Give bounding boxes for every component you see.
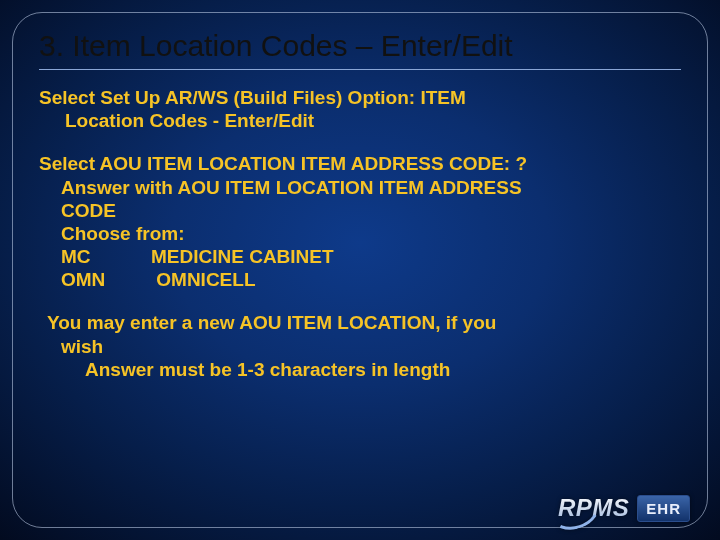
instruction-block-2: Select AOU ITEM LOCATION ITEM ADDRESS CO… — [39, 152, 681, 291]
rpms-logo: RPMS — [552, 494, 629, 522]
footer-logo: RPMS EHR — [552, 494, 690, 522]
instruction-block-3: You may enter a new AOU ITEM LOCATION, i… — [39, 311, 681, 381]
code-row: MCMEDICINE CABINET — [61, 245, 681, 268]
block2-answer1: Answer with AOU ITEM LOCATION ITEM ADDRE… — [39, 176, 681, 199]
block2-answer2: CODE — [39, 199, 681, 222]
code-list: MCMEDICINE CABINET OMN OMNICELL — [39, 245, 681, 291]
block2-choose: Choose from: — [39, 222, 681, 245]
code-label: MEDICINE CABINET — [151, 246, 334, 267]
block1-line2: Location Codes - Enter/Edit — [39, 109, 681, 132]
slide-frame: 3. Item Location Codes – Enter/Edit Sele… — [12, 12, 708, 528]
code-value: OMN — [61, 268, 151, 291]
block2-prompt: Select AOU ITEM LOCATION ITEM ADDRESS CO… — [39, 153, 527, 174]
block1-line1: Select Set Up AR/WS (Build Files) Option… — [39, 87, 466, 108]
block3-line1: You may enter a new AOU ITEM LOCATION, i… — [47, 312, 496, 333]
code-label: OMNICELL — [151, 269, 256, 290]
title-rule — [39, 69, 681, 70]
block3-line3: Answer must be 1-3 characters in length — [47, 358, 681, 381]
slide-title: 3. Item Location Codes – Enter/Edit — [39, 29, 681, 63]
code-value: MC — [61, 245, 151, 268]
block3-line2: wish — [47, 335, 681, 358]
slide: 3. Item Location Codes – Enter/Edit Sele… — [0, 0, 720, 540]
code-row: OMN OMNICELL — [61, 268, 681, 291]
instruction-block-1: Select Set Up AR/WS (Build Files) Option… — [39, 86, 681, 132]
ehr-badge: EHR — [637, 495, 690, 522]
